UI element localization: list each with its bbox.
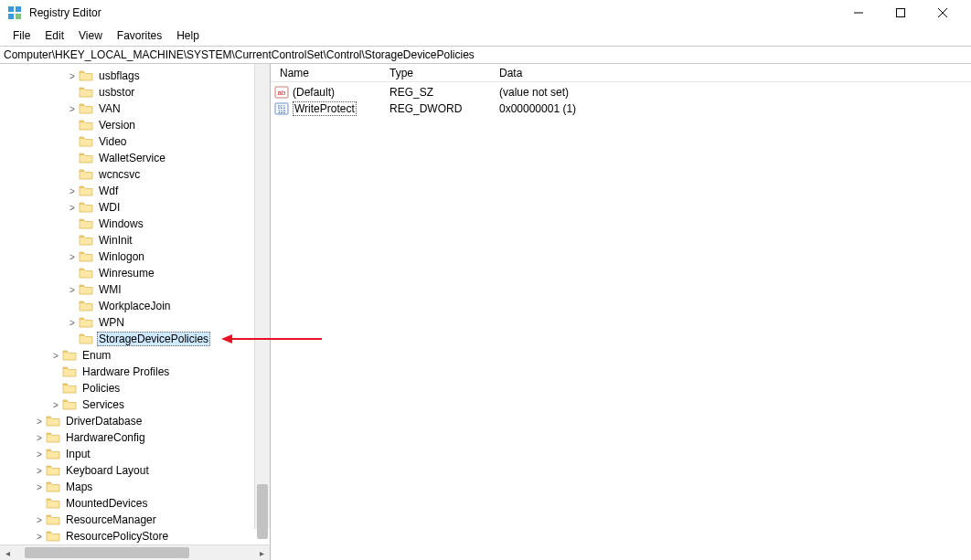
menu-view[interactable]: View — [71, 27, 110, 44]
folder-icon — [79, 119, 93, 132]
dword-value-icon: 011110 — [274, 101, 289, 116]
tree-node-label: Input — [64, 448, 92, 460]
value-name: (Default) — [293, 86, 335, 99]
scroll-right-icon[interactable]: ▸ — [254, 548, 270, 558]
string-value-icon: ab — [274, 85, 289, 100]
svg-text:ab: ab — [278, 89, 286, 97]
svg-rect-1 — [16, 6, 21, 12]
value-type: REG_SZ — [384, 86, 494, 99]
tree-node[interactable]: >Enum — [0, 347, 270, 364]
tree-expander-icon[interactable]: > — [66, 318, 79, 328]
scroll-left-icon[interactable]: ◂ — [0, 548, 16, 558]
tree-expander-icon[interactable]: > — [33, 449, 46, 460]
tree-expander-icon[interactable]: > — [66, 285, 79, 295]
tree-node[interactable]: >Hardware Profiles — [0, 364, 270, 380]
tree-expander-icon[interactable]: > — [49, 351, 62, 361]
tree-expander-icon[interactable]: > — [33, 532, 46, 542]
folder-icon — [46, 431, 60, 444]
tree-node[interactable]: >WDI — [0, 199, 270, 216]
tree-horizontal-scrollbar-thumb[interactable] — [25, 547, 189, 558]
tree-vertical-scrollbar[interactable] — [254, 64, 270, 529]
tree-node[interactable]: >WorkplaceJoin — [0, 298, 270, 314]
tree-node[interactable]: >WPN — [0, 314, 270, 331]
tree-expander-icon[interactable]: > — [33, 482, 46, 492]
minimize-button[interactable] — [838, 0, 880, 26]
tree-node[interactable]: >usbflags — [0, 68, 270, 84]
value-row[interactable]: 011110WriteProtectREG_DWORD0x00000001 (1… — [271, 100, 971, 117]
tree-expander-icon[interactable]: > — [33, 466, 46, 476]
column-header-type[interactable]: Type — [384, 67, 494, 79]
tree-node[interactable]: >ResourceManager — [0, 512, 270, 528]
tree-node[interactable]: >Maps — [0, 479, 270, 495]
tree-pane: >usbflags>usbstor>VAN>Version>Video>Wall… — [0, 64, 271, 560]
folder-icon — [79, 283, 93, 296]
column-header-name[interactable]: Name — [274, 67, 384, 79]
tree-node-label: Windows — [97, 217, 145, 230]
tree-expander-icon[interactable]: > — [33, 515, 46, 525]
value-data: (value not set) — [494, 86, 971, 99]
tree[interactable]: >usbflags>usbstor>VAN>Version>Video>Wall… — [0, 64, 270, 544]
tree-expander-icon[interactable]: > — [33, 417, 46, 427]
folder-icon — [79, 86, 93, 99]
tree-node[interactable]: >MountedDevices — [0, 495, 270, 512]
tree-node[interactable]: >VAN — [0, 100, 270, 117]
menu-help[interactable]: Help — [169, 27, 207, 44]
tree-node[interactable]: >StorageDevicePolicies — [0, 331, 270, 347]
folder-icon — [62, 382, 77, 395]
tree-horizontal-scrollbar[interactable]: ◂ ▸ — [0, 544, 270, 560]
tree-node[interactable]: >DriverDatabase — [0, 413, 270, 429]
value-type: REG_DWORD — [384, 102, 494, 115]
tree-node[interactable]: >usbstor — [0, 84, 270, 100]
tree-node-label: WinInit — [97, 234, 134, 247]
tree-node[interactable]: >Input — [0, 446, 270, 462]
menu-favorites[interactable]: Favorites — [110, 27, 169, 44]
menu-file[interactable]: File — [5, 27, 37, 44]
tree-node[interactable]: >Keyboard Layout — [0, 462, 270, 479]
tree-expander-icon[interactable]: > — [66, 252, 79, 262]
folder-icon — [79, 333, 93, 345]
folder-icon — [46, 497, 60, 510]
tree-node-label: Hardware Profiles — [80, 365, 171, 378]
tree-node[interactable]: >ResourcePolicyStore — [0, 528, 270, 544]
tree-node[interactable]: >Wdf — [0, 183, 270, 199]
tree-node[interactable]: >wcncsvc — [0, 166, 270, 183]
tree-expander-icon[interactable]: > — [33, 433, 46, 443]
svg-text:110: 110 — [278, 109, 286, 114]
tree-expander-icon[interactable]: > — [66, 104, 79, 114]
titlebar: Registry Editor — [0, 0, 971, 26]
address-bar[interactable]: Computer\HKEY_LOCAL_MACHINE\SYSTEM\Curre… — [0, 46, 971, 64]
tree-node[interactable]: >Video — [0, 133, 270, 150]
tree-node-label: WPN — [97, 316, 126, 329]
tree-node[interactable]: >Winresume — [0, 265, 270, 281]
folder-icon — [79, 250, 93, 263]
close-button[interactable] — [922, 0, 964, 26]
tree-expander-icon[interactable]: > — [66, 71, 79, 81]
values-list[interactable]: ab(Default)REG_SZ(value not set)011110Wr… — [271, 82, 971, 560]
tree-expander-icon[interactable]: > — [66, 203, 79, 213]
folder-icon — [79, 217, 93, 230]
maximize-button[interactable] — [880, 0, 922, 26]
tree-node[interactable]: >WalletService — [0, 150, 270, 166]
window-title: Registry Editor — [29, 6, 101, 19]
folder-icon — [79, 135, 93, 148]
value-row[interactable]: ab(Default)REG_SZ(value not set) — [271, 84, 971, 100]
tree-node-label: Winlogon — [97, 250, 146, 263]
tree-expander-icon[interactable]: > — [66, 186, 79, 196]
regedit-icon — [7, 5, 22, 20]
folder-icon — [46, 481, 60, 493]
tree-node[interactable]: >WMI — [0, 281, 270, 298]
column-header-data[interactable]: Data — [494, 67, 971, 79]
tree-node[interactable]: >Windows — [0, 216, 270, 232]
tree-node-label: WMI — [97, 283, 123, 296]
menu-edit[interactable]: Edit — [37, 27, 71, 44]
tree-expander-icon[interactable]: > — [49, 400, 62, 410]
tree-vertical-scrollbar-thumb[interactable] — [257, 484, 268, 539]
tree-node-label: Keyboard Layout — [64, 464, 151, 477]
tree-node[interactable]: >WinInit — [0, 232, 270, 248]
tree-node-label: ResourcePolicyStore — [64, 530, 170, 543]
tree-node[interactable]: >HardwareConfig — [0, 429, 270, 446]
tree-node[interactable]: >Policies — [0, 380, 270, 396]
tree-node[interactable]: >Version — [0, 117, 270, 133]
tree-node[interactable]: >Services — [0, 396, 270, 413]
tree-node[interactable]: >Winlogon — [0, 248, 270, 265]
